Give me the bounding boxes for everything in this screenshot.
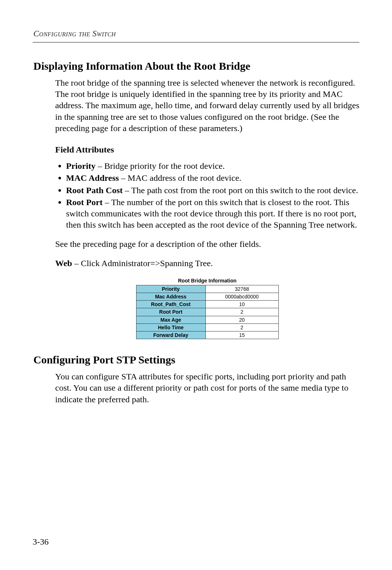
root-bridge-table-wrap: Root Bridge Information Priority 32768 M…	[55, 277, 359, 339]
attr-desc: – The number of the port on this switch …	[66, 198, 357, 229]
section-title-port-stp: Configuring Port STP Settings	[33, 354, 359, 366]
table-row: Priority 32768	[136, 285, 278, 293]
cell-val-priority: 32768	[205, 285, 278, 293]
web-nav-line: Web – Click Administrator=>Spanning Tree…	[55, 258, 359, 269]
running-head: Configuring the Switch	[33, 29, 359, 38]
cell-val-rpc: 10	[205, 301, 278, 308]
attr-priority: Priority – Bridge priority for the root …	[66, 160, 359, 172]
cell-key-mac: Mac Address	[136, 293, 205, 301]
attr-desc: – Bridge priority for the root device.	[95, 161, 225, 171]
table-row: Forward Delay 15	[136, 331, 278, 339]
cell-key-rpc: Root_Path_Cost	[136, 301, 205, 308]
attr-mac-address: MAC Address – MAC address of the root de…	[66, 172, 359, 184]
cell-val-mac: 0000abcd0000	[205, 293, 278, 301]
cell-val-rootport: 2	[205, 308, 278, 316]
cell-val-maxage: 20	[205, 316, 278, 323]
see-preceding-note: See the preceding page for a description…	[55, 239, 359, 250]
cell-key-priority: Priority	[136, 285, 205, 293]
field-attributes-list: Priority – Bridge priority for the root …	[55, 160, 359, 231]
table-row: Root Port 2	[136, 308, 278, 316]
cell-key-rootport: Root Port	[136, 308, 205, 316]
attr-desc: – The path cost from the root port on th…	[123, 186, 358, 195]
section1-body: The root bridge of the spanning tree is …	[55, 77, 359, 339]
attr-root-path-cost: Root Path Cost – The path cost from the …	[66, 185, 359, 196]
cell-val-hello: 2	[205, 323, 278, 331]
attr-term: MAC Address	[66, 173, 119, 183]
attr-desc: – MAC address of the root device.	[119, 173, 241, 183]
attr-term: Root Path Cost	[66, 186, 123, 195]
field-attributes-heading: Field Attributes	[55, 144, 359, 155]
web-rest: – Click Administrator=>Spanning Tree.	[72, 258, 213, 268]
table-row: Root_Path_Cost 10	[136, 301, 278, 308]
section2-intro: You can configure STA attributes for spe…	[55, 371, 359, 405]
section2-body: You can configure STA attributes for spe…	[55, 371, 359, 405]
cell-key-maxage: Max Age	[136, 316, 205, 323]
table-row: Hello Time 2	[136, 323, 278, 331]
web-lead: Web	[55, 258, 72, 268]
table-row: Mac Address 0000abcd0000	[136, 293, 278, 301]
cell-key-fwd: Forward Delay	[136, 331, 205, 339]
page: Configuring the Switch Displaying Inform…	[0, 0, 392, 570]
root-bridge-table: Root Bridge Information Priority 32768 M…	[136, 277, 279, 339]
attr-term: Priority	[66, 161, 95, 171]
header-rule	[33, 42, 359, 42]
cell-val-fwd: 15	[205, 331, 278, 339]
section-title-root-bridge: Displaying Information About the Root Br…	[33, 60, 359, 72]
page-number: 3-36	[33, 537, 49, 547]
table-row: Max Age 20	[136, 316, 278, 323]
section1-intro: The root bridge of the spanning tree is …	[55, 77, 359, 134]
root-bridge-table-caption: Root Bridge Information	[136, 277, 279, 285]
attr-term: Root Port	[66, 198, 103, 207]
cell-key-hello: Hello Time	[136, 323, 205, 331]
attr-root-port: Root Port – The number of the port on th…	[66, 197, 359, 231]
